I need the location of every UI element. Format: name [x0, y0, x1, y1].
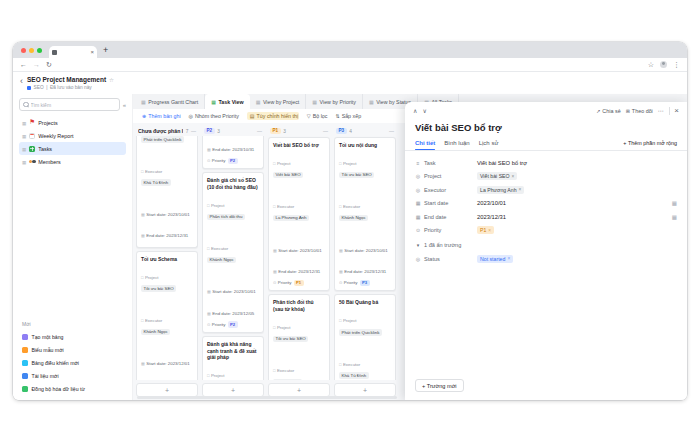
collapse-column-icon[interactable]: —: [191, 128, 196, 134]
calendar-icon[interactable]: [672, 214, 677, 220]
column-header: P1 3 —: [268, 126, 330, 136]
panel-tab[interactable]: Chi tiết: [415, 136, 435, 150]
table-icon: [369, 99, 374, 105]
panel-tab[interactable]: Lịch sử: [479, 136, 499, 150]
toolbar-button[interactable]: ▽ Bộ lọc: [307, 113, 328, 119]
field-value[interactable]: La Phương Anh ×: [477, 186, 524, 194]
divider: [669, 107, 670, 115]
previous-record-icon[interactable]: ∧: [413, 108, 417, 114]
collapse-column-icon[interactable]: —: [389, 128, 394, 134]
new-field-button[interactable]: + Trường mới: [415, 379, 464, 392]
card-field: Start date: 2023/12/01: [141, 350, 193, 370]
panel-field-row[interactable]: Priority P1 ×: [415, 224, 677, 238]
task-card[interactable]: Đánh giá khả năng cạnh tranh & đề xuất g…: [202, 336, 264, 380]
sidebar-item[interactable]: Members: [19, 155, 126, 168]
panel-field-row[interactable]: Start date 2023/10/01: [415, 197, 677, 211]
task-card[interactable]: Đánh giá chỉ số SEO (10 đối thủ hàng đầu…: [202, 172, 264, 333]
panel-field-row[interactable]: End date 2023/12/31: [415, 210, 677, 224]
browser-menu-icon[interactable]: ⋮: [673, 61, 680, 68]
panel-field-row[interactable]: 1 đã ẩn trường: [415, 237, 677, 252]
task-card[interactable]: Phân tích đối thủ (sau từ khóa) Project: [268, 294, 330, 380]
collapse-column-icon[interactable]: —: [257, 128, 262, 134]
view-tab[interactable]: Progress Gantt Chart: [135, 94, 205, 109]
field-value[interactable]: Viết bài SEO ×: [477, 172, 517, 180]
share-button[interactable]: ↗ Chia sẻ: [596, 108, 620, 114]
browser-tab[interactable]: ×: [49, 46, 97, 58]
new-tab-button[interactable]: +: [103, 45, 108, 55]
remove-tag-icon[interactable]: ×: [519, 187, 522, 192]
close-panel-icon[interactable]: ×: [674, 107, 679, 115]
view-tab[interactable]: Task View: [205, 94, 249, 109]
browser-profile-avatar[interactable]: [660, 61, 667, 68]
breadcrumb-base[interactable]: SEO: [34, 85, 44, 90]
panel-field-row[interactable]: Status Not started ×: [415, 252, 677, 266]
collapse-sidebar-icon[interactable]: «: [123, 102, 126, 108]
field-label: Status: [424, 256, 440, 262]
view-tab-label: View by Priority: [320, 99, 356, 105]
sidebar-item[interactable]: Tasks: [19, 142, 126, 155]
horizontal-scrollbar[interactable]: [137, 396, 397, 399]
close-window-button[interactable]: [21, 48, 26, 53]
sidebar-new-item[interactable]: Biểu mẫu mới: [19, 343, 126, 356]
remove-tag-icon[interactable]: ×: [507, 256, 510, 261]
kanban-column: P1 3 —: [268, 126, 330, 397]
toolbar-button[interactable]: ◎ Nhóm theo Priority: [189, 113, 239, 119]
field-type-icon: [415, 187, 421, 193]
panel-field-row[interactable]: Task Viết bài SEO bổ trợ: [415, 156, 677, 170]
view-tab[interactable]: View by Project: [250, 94, 307, 109]
sidebar-new-item[interactable]: Tài liệu mới: [19, 369, 126, 382]
task-card[interactable]: 50 Bài Quảng bá Project: [334, 294, 396, 380]
add-card-button[interactable]: +: [268, 383, 330, 397]
sidebar-new-item[interactable]: Bảng điều khiển mới: [19, 356, 126, 369]
remove-tag-icon[interactable]: ×: [512, 174, 515, 179]
card-field: Project: [207, 192, 259, 212]
task-card[interactable]: Viết bài SEO bổ trợ Project: [268, 137, 330, 291]
sidebar-new-item[interactable]: Đồng bộ hóa dữ liệu từ: [19, 382, 126, 395]
toolbar-button[interactable]: ⊕ Thêm bản ghi: [142, 113, 181, 119]
card-field: 50 Bài Quảng bá: [339, 299, 391, 306]
sidebar-item[interactable]: Weekly Report: [19, 129, 126, 142]
field-value[interactable]: P1 ×: [477, 226, 494, 234]
collapse-column-icon[interactable]: —: [323, 128, 328, 134]
task-card[interactable]: Tối ưu nội dung Project: [334, 137, 396, 291]
toolbar-button[interactable]: ⇅ Sắp xếp: [335, 113, 361, 119]
panel-field-row[interactable]: Project Viết bài SEO ×: [415, 170, 677, 184]
sidebar-new-item[interactable]: Tạo một bảng: [19, 330, 126, 343]
forward-icon[interactable]: →: [33, 61, 40, 68]
task-card[interactable]: Tối ưu Schema Project: [136, 251, 198, 380]
next-record-icon[interactable]: ∨: [422, 108, 426, 114]
calendar-icon[interactable]: [672, 200, 677, 206]
add-card-button[interactable]: +: [136, 383, 198, 397]
toolbar-button[interactable]: ▤ Tùy chỉnh hiển thị: [247, 112, 299, 120]
bookmark-star-icon[interactable]: ☆: [648, 61, 654, 68]
record-detail-panel: ∧ ∨ ↗ Chia sẻ ⊞ Theo dõi ⋯ × Viết bài SE…: [405, 102, 687, 400]
minimize-window-button[interactable]: [29, 48, 34, 53]
app-content: ‹ SEO Project Management ☆ SEO | Đã lưu …: [13, 72, 687, 400]
tab-close-icon[interactable]: ×: [90, 49, 94, 55]
follow-button[interactable]: ⊞ Theo dõi: [626, 108, 653, 114]
task-card[interactable]: Phát triển Quicklink Executor: [136, 136, 198, 248]
field-value[interactable]: 2023/10/01: [477, 200, 506, 206]
search-input[interactable]: [31, 102, 116, 108]
add-card-button[interactable]: +: [334, 383, 396, 397]
back-icon[interactable]: ←: [20, 61, 27, 68]
reload-icon[interactable]: ↻: [46, 61, 52, 68]
more-options-icon[interactable]: ⋯: [658, 107, 664, 114]
field-value[interactable]: Not started ×: [477, 255, 513, 263]
toolbar-button-label: Bộ lọc: [313, 113, 328, 119]
field-value[interactable]: Viết bài SEO bổ trợ: [477, 160, 527, 166]
remove-tag-icon[interactable]: ×: [488, 228, 491, 233]
panel-field-row[interactable]: Executor La Phương Anh ×: [415, 183, 677, 197]
sidebar-item[interactable]: Projects: [19, 116, 126, 129]
maximize-window-button[interactable]: [37, 48, 42, 53]
field-value[interactable]: 2023/12/31: [477, 214, 506, 220]
add-extension-button[interactable]: + Thêm phần mở rộng: [623, 140, 677, 146]
favorite-star-icon[interactable]: ☆: [109, 77, 114, 83]
view-tab[interactable]: View by Priority: [306, 94, 363, 109]
add-card-button[interactable]: +: [202, 383, 264, 397]
panel-tab[interactable]: Bình luận: [444, 136, 469, 150]
column-cards: End date: 2023/10/31 Priority P2: [202, 136, 264, 380]
view-tab-label: Task View: [219, 99, 244, 105]
task-card[interactable]: End date: 2023/10/31 Priority P2: [202, 136, 264, 169]
back-chevron-icon[interactable]: ‹: [20, 77, 23, 86]
